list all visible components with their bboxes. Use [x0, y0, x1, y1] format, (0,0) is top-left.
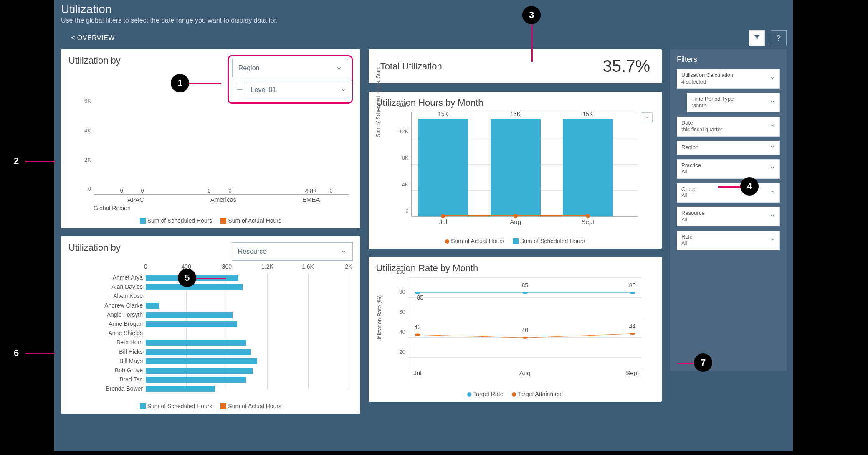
metric-value: 35.7% [603, 57, 650, 76]
chevron-down-icon [769, 99, 775, 106]
resource-name: Brenda Bower [73, 385, 143, 392]
y-tick: 0 [405, 208, 408, 214]
hours-bar: 15K [491, 119, 541, 216]
x-axis-title: Global Region [94, 205, 131, 211]
overview-link[interactable]: < OVERVIEW [71, 34, 115, 42]
callout-3: 3 [522, 6, 541, 24]
resource-name: Andrew Clarke [73, 302, 143, 309]
bar-label: 15K [418, 111, 468, 117]
utilization-by-resource-card: Utilization by Resource 04008001.2K1.6K2… [61, 236, 360, 414]
chevron-down-icon [769, 188, 775, 196]
filter-role[interactable]: RoleAll [677, 231, 780, 250]
filter-utilization-calculation[interactable]: Utilization Calculation4 selected [677, 69, 780, 89]
filter-label: Date [681, 119, 722, 126]
point-label: 85 [629, 282, 636, 289]
svg-point-1 [522, 292, 528, 294]
point-label: 85 [522, 282, 529, 289]
resource-bar [146, 377, 246, 383]
help-button[interactable]: ? [771, 30, 787, 46]
total-utilization-card: Total Utilization 35.7% [369, 49, 662, 83]
metric-label: Total Utilization [380, 61, 442, 72]
resource-name: Bill Hicks [73, 348, 143, 355]
point-label: 44 [629, 323, 636, 330]
resource-name: Angie Forsyth [73, 311, 143, 318]
filter-value: 4 selected [681, 79, 733, 85]
y-axis-label: Utilization Rate (%) [376, 295, 382, 341]
resource-name: Bill Mays [73, 358, 143, 364]
y-tick: 4K [74, 127, 91, 134]
resource-bar [146, 303, 159, 309]
svg-point-2 [630, 292, 635, 294]
chevron-down-icon [769, 144, 775, 151]
filter-value: All [681, 168, 701, 175]
resource-dropdown[interactable]: Resource [232, 242, 353, 261]
filter-group[interactable]: GroupAll [677, 183, 780, 203]
filter-date[interactable]: Datethis fiscal quarter [677, 117, 780, 136]
filters-pane: Filters Utilization Calculation4 selecte… [670, 49, 787, 371]
resource-dropdown-label: Resource [238, 248, 266, 255]
card-title: Utilization by [68, 242, 121, 253]
resource-bar [146, 321, 237, 327]
filter-time-period-type[interactable]: Time Period TypeMonth [687, 93, 780, 112]
bar-label: 15K [491, 111, 541, 117]
callout-4: 4 [740, 177, 759, 196]
resource-bar-chart: 04008001.2K1.6K2K Ahmet AryaAlan DavidsA… [68, 263, 353, 401]
filter-value: Month [691, 102, 734, 109]
filter-label: Role [681, 234, 693, 240]
y-tick: 40 [399, 329, 405, 335]
y-tick: 4K [402, 181, 409, 187]
help-icon: ? [777, 34, 781, 43]
chevron-down-icon [769, 236, 775, 244]
filter-value: All [681, 192, 696, 199]
resource-name: Bob Grove [73, 367, 143, 374]
x-label: Jul [413, 368, 421, 376]
resource-name: Anne Shields [73, 330, 143, 336]
filter-resource[interactable]: ResourceAll [677, 207, 780, 226]
legend: Sum of Actual Hours Sum of Scheduled Hou… [376, 238, 654, 244]
card-title: Utilization Rate by Month [376, 263, 654, 274]
legend: Target Rate Target Attainment [376, 391, 654, 397]
chevron-down-icon [340, 87, 346, 93]
y-axis-label: Sum of Scheduled Hours, Sum... [375, 64, 381, 137]
x-tick: 2K [345, 263, 352, 270]
filter-label: Practice [681, 162, 701, 169]
svg-point-0 [415, 292, 420, 294]
filter-label: Resource [681, 210, 705, 216]
svg-point-3 [415, 334, 420, 336]
utilization-by-region-card: Utilization by Region Level 01 [61, 49, 360, 228]
chevron-down-icon [769, 165, 775, 172]
filter-label: Region [681, 144, 698, 151]
chevron-down-icon [336, 65, 342, 71]
y-tick: 16K [399, 102, 409, 108]
x-tick: 1.2K [261, 263, 273, 270]
level-dropdown[interactable]: Level 01 [245, 81, 352, 99]
callout-lead [25, 353, 55, 354]
y-tick: 0 [74, 186, 91, 192]
region-dropdown-cluster: Region Level 01 [228, 55, 353, 104]
chevron-down-icon [769, 213, 775, 220]
x-label: Sept [626, 368, 639, 376]
resource-name: Anne Brogan [73, 320, 143, 327]
chart-options-button[interactable] [642, 112, 653, 122]
callout-5: 5 [178, 269, 196, 287]
resource-bar [146, 368, 253, 374]
hours-bar: 15K [563, 119, 613, 216]
y-tick: 20 [399, 349, 405, 355]
filter-toggle-button[interactable] [749, 30, 765, 46]
filter-practice[interactable]: PracticeAll [677, 159, 780, 179]
callout-lead [718, 186, 743, 188]
page-subtitle: Use the global filters to select the dat… [61, 17, 787, 24]
callout-lead [25, 161, 55, 162]
x-label: Aug [519, 368, 531, 376]
x-tick: 800 [222, 263, 232, 270]
card-title: Utilization Hours by Month [376, 97, 654, 108]
point-label: 40 [522, 327, 529, 334]
svg-point-4 [522, 337, 528, 339]
x-label: Americas [198, 194, 248, 203]
filter-value: this fiscal quarter [681, 126, 722, 133]
x-label: APAC [111, 194, 161, 203]
region-dropdown[interactable]: Region [232, 59, 348, 77]
y-tick: 6K [74, 98, 91, 104]
filter-region[interactable]: Region [677, 141, 780, 155]
filters-title: Filters [677, 55, 780, 64]
